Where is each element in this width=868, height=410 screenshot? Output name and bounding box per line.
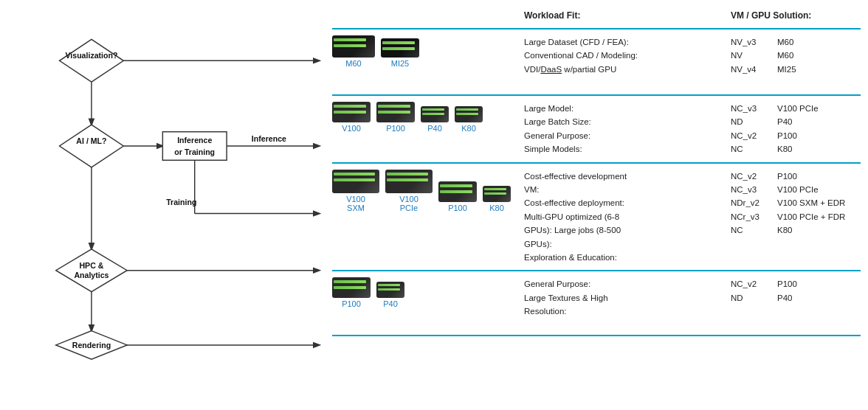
gpu-v100pcie-image: [385, 170, 433, 193]
section-rendering: P100 P40 General Purpose: Large Textures…: [332, 270, 861, 336]
vm-line: NC_v2P100: [731, 129, 861, 142]
gpu-p100-rendering: P100: [332, 277, 371, 308]
gpu-p100t-label: P100: [448, 204, 467, 212]
workload-rendering: General Purpose: Large Textures & High R…: [524, 277, 731, 318]
gpu-cards-visualization: M60 MI25: [332, 35, 524, 68]
vm-inference: NC_v3V100 PCIe NDP40 NC_v2P100 NCK80: [731, 102, 861, 156]
vm-line: NDr_v2V100 SXM + EDR: [731, 196, 861, 209]
workload-line: Large Dataset (CFD / FEA):: [524, 35, 723, 49]
vm-line: NDP40: [731, 115, 861, 128]
visualization-label: Visualization?: [65, 51, 117, 60]
workload-line: GPUs): Large jobs (8-500: [524, 223, 723, 237]
page: Visualization? AI / ML? Inference or Tra…: [0, 0, 868, 410]
vm-line: NC_v2P100: [731, 170, 861, 183]
inference-or-training-label: Inference: [177, 136, 212, 145]
workload-line: Large Textures & High: [524, 291, 723, 305]
workload-line: Resolution:: [524, 305, 723, 318]
vm-line: NC_v3V100 PCIe: [731, 183, 861, 196]
workload-visualization: Large Dataset (CFD / FEA): Conventional …: [524, 35, 731, 76]
ai-ml-label: AI / ML?: [76, 136, 106, 145]
workload-training: Cost-effective development VM: Cost-effe…: [524, 170, 731, 265]
workload-line: GPUs):: [524, 237, 723, 251]
vm-line: NCK80: [731, 223, 861, 237]
workload-line: Large Model:: [524, 102, 723, 115]
gpu-p100r-label: P100: [342, 299, 361, 308]
vm-line: NV_v4MI25: [731, 63, 861, 76]
workload-line: Large Batch Size:: [524, 115, 723, 128]
vm-line: NDP40: [731, 291, 861, 305]
workload-line: Multi-GPU optimized (6-8: [524, 210, 723, 223]
workload-line: Simple Models:: [524, 142, 723, 156]
gpu-k80-image: [455, 106, 483, 122]
gpu-p40: P40: [421, 106, 449, 133]
gpu-k80-label: K80: [461, 124, 476, 133]
gpu-m60-image: [332, 35, 375, 58]
gpu-p40-image: [421, 106, 449, 122]
gpu-p100t-image: [438, 181, 477, 202]
gpu-v100sxm-image: [332, 170, 379, 193]
gpu-p40r-label: P40: [383, 299, 398, 308]
workload-inference: Large Model: Large Batch Size: General P…: [524, 102, 731, 156]
vm-rendering: NC_v2P100 NDP40: [731, 277, 861, 305]
workload-line: VM:: [524, 183, 723, 196]
vm-visualization: NV_v3M60 NVM60 NV_v4MI25: [731, 35, 861, 76]
workload-line: Exploration & Education:: [524, 251, 723, 264]
gpu-p40-rendering: P40: [376, 282, 404, 308]
vm-line: NV_v3M60: [731, 35, 861, 49]
vm-header: VM / GPU Solution:: [731, 10, 861, 21]
gpu-v100-pcie2: V100PCIe: [385, 170, 433, 212]
section-training: V100SXM V100PCIe P100 K80 Cost-effective…: [332, 162, 861, 271]
workload-line: VDI/DaaS w/partial GPU: [524, 63, 723, 76]
flow-diagram: Visualization? AI / ML? Inference or Tra…: [7, 7, 332, 403]
training-arrow-label: Training: [166, 198, 196, 206]
gpu-p40-label: P40: [427, 124, 442, 133]
workload-line: General Purpose:: [524, 277, 723, 291]
gpu-k80t-label: K80: [489, 204, 504, 212]
gpu-v100sxm-label: V100SXM: [346, 195, 365, 212]
gpu-p100r-image: [332, 277, 371, 298]
right-content: Workload Fit: VM / GPU Solution: M60 MI2…: [332, 7, 861, 403]
gpu-v100-pcie: V100: [332, 102, 371, 133]
workload-line: Conventional CAD / Modeling:: [524, 49, 723, 62]
gpu-k80: K80: [455, 106, 483, 133]
section-visualization: M60 MI25 Large Dataset (CFD / FEA): Conv…: [332, 28, 861, 94]
vm-line: NC_v3V100 PCIe: [731, 102, 861, 115]
vm-line: NC_v2P100: [731, 277, 861, 291]
rendering-label: Rendering: [72, 341, 111, 350]
gpu-p100-label: P100: [386, 124, 405, 133]
svg-marker-0: [60, 39, 124, 82]
section-inference: V100 P100 P40 K80 Large Model: Large Bat…: [332, 94, 861, 162]
gpu-cards-rendering: P100 P40: [332, 277, 524, 308]
vm-line: NCr_v3V100 PCIe + FDR: [731, 210, 861, 223]
gpu-mi25-image: [381, 38, 419, 58]
gpu-p40r-image: [376, 282, 404, 298]
gpu-k80t-image: [483, 186, 511, 202]
gpu-v100pcie-label: V100PCIe: [399, 195, 418, 212]
gpu-m60-label: M60: [345, 59, 361, 68]
header-row: Workload Fit: VM / GPU Solution:: [332, 7, 861, 25]
gpu-mi25: MI25: [381, 38, 419, 68]
gpu-p100-training: P100: [438, 181, 477, 212]
vm-line: NCK80: [731, 142, 861, 156]
workload-header: Workload Fit:: [524, 10, 731, 21]
inference-arrow-label: Inference: [252, 134, 286, 143]
gpu-p100-image: [376, 102, 415, 122]
gpu-mi25-label: MI25: [391, 59, 409, 68]
svg-text:or Training: or Training: [174, 147, 215, 156]
gpu-p100: P100: [376, 102, 415, 133]
svg-text:Analytics: Analytics: [74, 271, 108, 279]
vm-line: NVM60: [731, 49, 861, 62]
gpu-cards-training: V100SXM V100PCIe P100 K80: [332, 170, 524, 212]
workload-line: Cost-effective deployment:: [524, 196, 723, 209]
gpu-v100-label: V100: [342, 124, 361, 133]
gpu-v100-image: [332, 102, 371, 122]
gpu-m60: M60: [332, 35, 375, 68]
svg-marker-2: [60, 125, 124, 167]
workload-line: Cost-effective development: [524, 170, 723, 183]
gpu-k80-training: K80: [483, 186, 511, 212]
workload-line: General Purpose:: [524, 129, 723, 142]
gpu-v100-sxm: V100SXM: [332, 170, 379, 212]
vm-training: NC_v2P100 NC_v3V100 PCIe NDr_v2V100 SXM …: [731, 170, 861, 237]
gpu-cards-inference: V100 P100 P40 K80: [332, 102, 524, 133]
hpc-label: HPC &: [79, 261, 103, 270]
